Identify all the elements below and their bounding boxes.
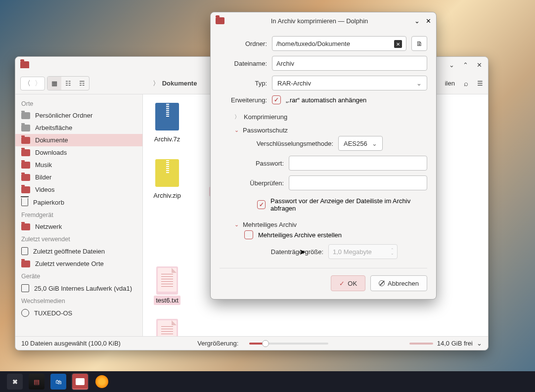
file-item[interactable]: Archiv.7z xyxy=(150,101,184,144)
verify-label: Überprüfen: xyxy=(244,179,284,187)
file-item[interactable]: Archiv.zip xyxy=(150,158,184,200)
search-icon[interactable]: ⌕ xyxy=(464,79,468,87)
close-button[interactable]: ✕ xyxy=(475,61,483,69)
compress-dialog: In Archiv komprimieren — Dolphin ⌄ ✕ Ord… xyxy=(210,12,437,300)
sidebar-item-desktop[interactable]: Arbeitsfläche xyxy=(15,122,142,134)
split-view-label[interactable]: ilen xyxy=(445,80,455,87)
compact-view-button[interactable]: ☷ xyxy=(61,77,75,90)
trash-icon xyxy=(21,198,28,206)
folder-label: Ordner: xyxy=(220,40,267,47)
folder-icon xyxy=(216,17,224,24)
recent-places-icon xyxy=(21,261,30,267)
firefox-icon[interactable] xyxy=(94,374,110,390)
sidebar-item-drive[interactable]: 25,0 GiB Internes Laufwerk (vda1) xyxy=(15,282,142,295)
file-item[interactable]: test10.txt xyxy=(150,319,184,336)
free-space-bar xyxy=(409,343,433,345)
extension-checkbox[interactable]: ✓ xyxy=(272,95,281,104)
verify-password-input[interactable] xyxy=(289,175,427,190)
sidebar-item-tuxedo[interactable]: TUXEDO-OS xyxy=(15,306,142,319)
cancel-icon xyxy=(379,280,385,286)
clear-icon[interactable]: ✕ xyxy=(394,40,402,48)
header-encryption-label: Passwort vor der Anzeige der Dateiliste … xyxy=(270,197,427,212)
system-settings-icon[interactable]: ▤ xyxy=(29,374,45,390)
app-launcher-icon[interactable]: ✖ xyxy=(7,374,23,390)
file-label: test6.txt xyxy=(154,296,180,305)
section-places: Orte xyxy=(15,97,142,109)
status-bar: 10 Dateien ausgewählt (100,0 KiB) Vergrö… xyxy=(15,336,488,350)
desktop-icon xyxy=(21,125,30,131)
volume-size-spinner: 1,0 Megabyte xyxy=(328,244,398,259)
breadcrumb-current: Dokumente xyxy=(162,80,197,87)
sidebar-item-recent-files[interactable]: Zuletzt geöffnete Dateien xyxy=(15,245,142,258)
archive-icon xyxy=(155,103,179,131)
password-label: Passwort: xyxy=(244,160,284,167)
extension-checkbox-label: „.rar“ automatisch anhängen xyxy=(286,96,366,104)
ok-button[interactable]: ✓ OK xyxy=(331,275,365,291)
sidebar-item-recent-places[interactable]: Zuletzt verwendete Orte xyxy=(15,258,142,270)
cancel-button[interactable]: Abbrechen xyxy=(370,275,427,291)
separator xyxy=(220,268,427,268)
zoom-label: Vergrößerung: xyxy=(197,340,238,347)
header-encryption-checkbox[interactable]: ✓ xyxy=(257,200,266,209)
folder-icon xyxy=(20,61,29,68)
encryption-method-dropdown[interactable]: AES256 xyxy=(338,136,383,151)
password-input[interactable] xyxy=(289,156,427,171)
sidebar-item-pictures[interactable]: Bilder xyxy=(15,171,142,183)
back-button[interactable]: 〈 xyxy=(24,79,31,88)
multipart-checkbox-label: Mehrteiliges Archive erstellen xyxy=(258,231,342,239)
file-label: Archiv.zip xyxy=(151,191,182,200)
folder-picker-button[interactable]: 🗎 xyxy=(411,36,427,51)
multipart-expander[interactable]: ⌄ Mehrteiliges Archiv xyxy=(220,217,427,230)
icon-view-button[interactable]: ▦ xyxy=(47,77,61,90)
password-expander[interactable]: ⌄ Passwortschutz xyxy=(220,123,427,136)
minimize-button[interactable]: ⌄ xyxy=(414,17,420,25)
text-file-icon xyxy=(158,268,177,292)
section-recent: Zuletzt verwendet xyxy=(15,233,142,245)
chevron-right-icon: 〉 xyxy=(153,79,159,88)
sidebar-item-music[interactable]: Musik xyxy=(15,159,142,171)
file-label: Archiv.7z xyxy=(152,134,182,144)
sidebar-item-documents[interactable]: Dokumente xyxy=(15,134,142,146)
type-dropdown[interactable]: RAR-Archiv xyxy=(272,76,427,90)
taskbar: ✖ ▤ 🛍 xyxy=(0,371,535,392)
extension-label: Erweiterung: xyxy=(220,96,267,104)
filename-input[interactable]: Archiv xyxy=(272,56,427,71)
document-icon: 🗎 xyxy=(416,40,423,47)
sidebar-item-videos[interactable]: Videos xyxy=(15,183,142,196)
type-label: Typ: xyxy=(220,80,267,87)
dialog-title: In Archiv komprimieren — Dolphin xyxy=(224,17,414,25)
text-file-icon xyxy=(158,320,177,336)
maximize-button[interactable]: ⌃ xyxy=(461,61,469,69)
view-mode-buttons: ▦ ☷ ☶ xyxy=(47,76,89,90)
forward-button[interactable]: 〉 xyxy=(35,79,42,88)
videos-icon xyxy=(21,186,30,193)
sidebar-item-home[interactable]: Persönlicher Ordner xyxy=(15,109,142,122)
section-removable: Wechselmedien xyxy=(15,295,142,306)
details-view-button[interactable]: ☶ xyxy=(75,77,89,90)
chevron-down-icon[interactable]: ⌄ xyxy=(477,340,482,347)
close-button[interactable]: ✕ xyxy=(426,17,431,25)
check-icon: ✓ xyxy=(339,280,345,287)
dolphin-taskbar-icon[interactable] xyxy=(72,374,88,390)
archive-icon xyxy=(155,159,179,187)
sidebar-item-downloads[interactable]: Downloads xyxy=(15,146,142,159)
dialog-titlebar[interactable]: In Archiv komprimieren — Dolphin ⌄ ✕ xyxy=(211,12,436,29)
chevron-down-icon: ⌄ xyxy=(234,221,239,228)
file-item[interactable]: test6.txt xyxy=(150,266,184,305)
sidebar-item-trash[interactable]: Papierkorb xyxy=(15,196,142,209)
compression-expander[interactable]: 〉 Komprimierung xyxy=(220,109,427,123)
selection-status: 10 Dateien ausgewählt (100,0 KiB) xyxy=(21,340,121,347)
network-icon xyxy=(21,223,30,230)
chevron-right-icon: 〉 xyxy=(234,113,240,121)
minimize-button[interactable]: ⌄ xyxy=(447,61,455,69)
recent-files-icon xyxy=(21,247,28,255)
drive-icon xyxy=(21,284,29,292)
multipart-checkbox[interactable]: ✓ xyxy=(244,230,253,239)
pictures-icon xyxy=(21,174,30,181)
hamburger-menu-icon[interactable]: ☰ xyxy=(477,80,483,87)
discover-icon[interactable]: 🛍 xyxy=(50,374,66,390)
zoom-slider[interactable] xyxy=(249,343,328,345)
sidebar-item-network[interactable]: Netzwerk xyxy=(15,220,142,233)
folder-input[interactable]: /home/tuxedo/Dokumente ✕ xyxy=(272,36,406,51)
places-sidebar: Orte Persönlicher Ordner Arbeitsfläche D… xyxy=(15,94,143,336)
